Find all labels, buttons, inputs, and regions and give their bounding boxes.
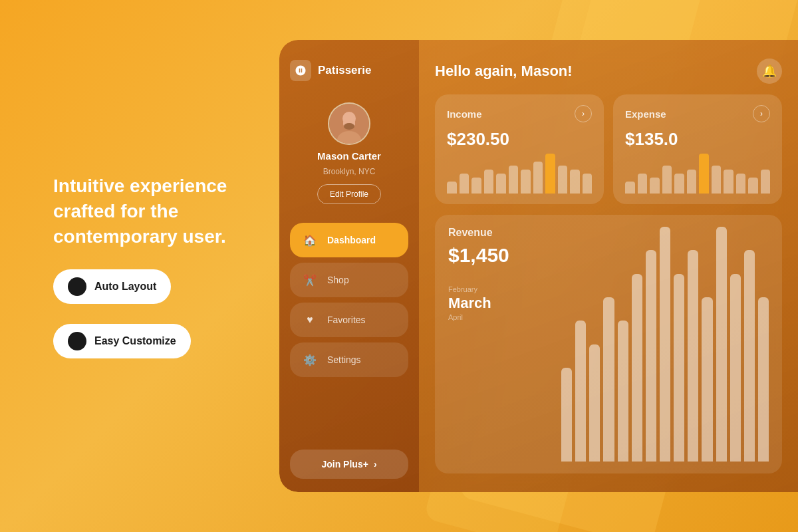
revenue-bar [716, 227, 727, 462]
revenue-bar [618, 321, 628, 462]
revenue-card: Revenue $1,450 February March April [435, 215, 782, 473]
bar [674, 174, 684, 194]
avatar [328, 102, 370, 145]
bar [650, 178, 660, 194]
income-card: Income › $230.50 [435, 94, 604, 204]
revenue-chart [561, 227, 769, 462]
bell-icon: 🔔 [762, 64, 777, 78]
revenue-bar [674, 274, 684, 462]
bar [687, 170, 697, 194]
nav-items: 🏠 Dashboard ✂️ Shop ♥ Favorites ⚙️ Setti… [290, 223, 408, 377]
revenue-bar [730, 274, 741, 462]
revenue-bar [646, 250, 656, 462]
badge-dot-1 [68, 277, 86, 296]
bar [699, 154, 709, 194]
nav-label-favorites: Favorites [327, 315, 366, 325]
bar [484, 170, 494, 194]
svg-point-5 [344, 123, 354, 130]
easy-customize-badge[interactable]: Easy Customize [53, 324, 191, 358]
bar [521, 170, 531, 194]
badge-dot-2 [68, 332, 86, 350]
bar [662, 166, 672, 194]
revenue-left: Revenue $1,450 February March April [448, 227, 548, 462]
bar [460, 174, 469, 194]
auto-layout-badge[interactable]: Auto Layout [53, 269, 171, 304]
month-february: February [448, 285, 548, 293]
sidebar-brand: Patisserie [290, 60, 371, 81]
revenue-bar [660, 227, 670, 462]
bar [447, 182, 457, 194]
profile-location: Brooklyn, NYC [323, 167, 376, 176]
shop-icon: ✂️ [301, 271, 319, 289]
income-amount: $230.50 [447, 129, 592, 150]
bar [496, 174, 506, 194]
bar [724, 170, 733, 194]
bar [736, 174, 746, 194]
bar [748, 178, 758, 194]
nav-label-shop: Shop [327, 275, 349, 285]
expense-amount: $135.0 [625, 129, 770, 150]
badge2-label: Easy Customize [94, 335, 176, 347]
revenue-bar [603, 297, 614, 462]
revenue-bar [758, 297, 769, 462]
nav-item-shop[interactable]: ✂️ Shop [290, 263, 408, 297]
edit-profile-button[interactable]: Edit Profile [317, 184, 381, 204]
gear-icon: ⚙️ [301, 350, 319, 369]
left-panel: Intuitive experience crafted for the con… [53, 0, 293, 532]
brand-name: Patisserie [318, 64, 371, 77]
revenue-bar [561, 368, 572, 462]
expense-arrow-button[interactable]: › [753, 105, 770, 122]
revenue-bar [702, 297, 712, 462]
join-plus-arrow-icon: › [374, 459, 377, 469]
expense-card: Expense › $135.0 [613, 94, 782, 204]
income-chart [447, 154, 592, 194]
tagline: Intuitive experience crafted for the con… [53, 174, 293, 249]
brand-icon [290, 60, 311, 81]
app-mockup: Patisserie Mason Carter Brooklyn, NYC Ed… [279, 40, 798, 492]
main-content: Hello again, Mason! 🔔 Income › $230.50 E… [419, 40, 798, 492]
bar [583, 174, 593, 194]
month-march: March [448, 295, 548, 312]
income-card-header: Income › [447, 105, 592, 122]
month-april: April [448, 313, 548, 321]
revenue-amount: $1,450 [448, 244, 548, 267]
expense-card-header: Expense › [625, 105, 770, 122]
bar [570, 170, 580, 194]
notification-button[interactable]: 🔔 [757, 59, 782, 84]
profile-section: Mason Carter Brooklyn, NYC Edit Profile [317, 102, 381, 204]
sidebar: Patisserie Mason Carter Brooklyn, NYC Ed… [279, 40, 419, 492]
bar [558, 166, 568, 194]
income-arrow-button[interactable]: › [575, 105, 592, 122]
bar [638, 174, 648, 194]
bar [533, 162, 543, 194]
bar [761, 170, 771, 194]
revenue-title: Revenue [448, 227, 548, 239]
income-title: Income [447, 108, 482, 120]
bar [545, 154, 555, 194]
greeting-text: Hello again, Mason! [435, 63, 573, 80]
revenue-bar [632, 274, 642, 462]
badge1-label: Auto Layout [94, 281, 156, 293]
heart-icon: ♥ [301, 311, 319, 329]
revenue-bar [589, 344, 600, 462]
bar [471, 178, 481, 194]
nav-item-dashboard[interactable]: 🏠 Dashboard [290, 223, 408, 257]
revenue-bar [744, 250, 755, 462]
bar [712, 166, 722, 194]
nav-label-settings: Settings [327, 354, 361, 365]
bar [509, 166, 519, 194]
profile-name: Mason Carter [317, 150, 381, 162]
join-plus-button[interactable]: Join Plus+ › [290, 450, 408, 479]
home-icon: 🏠 [301, 231, 319, 249]
nav-item-favorites[interactable]: ♥ Favorites [290, 303, 408, 337]
nav-item-settings[interactable]: ⚙️ Settings [290, 342, 408, 377]
revenue-bar [575, 321, 586, 462]
nav-label-dashboard: Dashboard [327, 235, 376, 245]
main-header: Hello again, Mason! 🔔 [435, 59, 782, 84]
revenue-bar [688, 250, 698, 462]
cards-row: Income › $230.50 Expense › $135.0 [435, 94, 782, 204]
revenue-months: February March April [448, 285, 548, 321]
expense-chart [625, 154, 770, 194]
expense-title: Expense [625, 108, 666, 120]
join-plus-label: Join Plus+ [321, 459, 368, 469]
